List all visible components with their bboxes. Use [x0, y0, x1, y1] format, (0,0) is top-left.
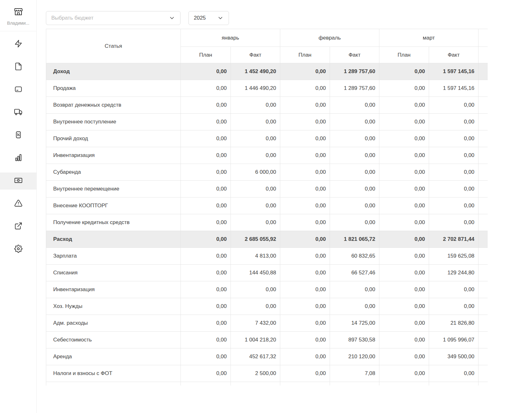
value-cell: 452 617,32: [231, 348, 280, 365]
settings-icon: [14, 245, 22, 254]
workspace-name: Владими...: [7, 21, 29, 26]
value-cell: 1 004 218,20: [231, 332, 280, 348]
article-cell: Возврат денежных средств: [46, 97, 181, 114]
empty-cell: [181, 382, 231, 386]
workspace-logo[interactable]: Владими...: [0, 0, 36, 26]
empty-cell: [231, 382, 280, 386]
value-cell: 0,00: [280, 147, 330, 164]
truck-icon: [14, 108, 22, 117]
empty-cell: [280, 382, 330, 386]
table-row: Себестоимость0,001 004 218,200,00897 530…: [46, 332, 488, 348]
value-cell: 0,00: [379, 63, 429, 80]
value-cell: 0,00: [379, 181, 429, 197]
storefront-icon: [14, 7, 23, 18]
table-row: Субаренда0,006 000,000,000,000,000,00: [46, 164, 488, 181]
value-cell: 897 530,58: [330, 332, 379, 348]
value-cell: 0,00: [231, 197, 280, 214]
value-cell: 0,00: [379, 315, 429, 332]
table-header-row: Статьяянварьфевральмарт: [46, 29, 488, 47]
value-cell: 0,00: [231, 181, 280, 197]
discount-icon: [14, 131, 22, 140]
value-cell: 0,00: [181, 332, 231, 348]
value-cell-clipped: [478, 281, 488, 298]
value-cell: 66 527,46: [330, 265, 379, 281]
empty-cell: [330, 382, 379, 386]
value-cell: 0,00: [330, 130, 379, 147]
value-cell: 0,00: [181, 164, 231, 181]
value-cell: 0,00: [379, 147, 429, 164]
value-cell: 1 597 145,16: [429, 63, 478, 80]
value-cell: 0,00: [280, 80, 330, 97]
sidebar-item-external[interactable]: [0, 218, 36, 235]
sidebar-item-settings[interactable]: [0, 241, 36, 258]
budget-select[interactable]: Выбрать бюджет: [46, 11, 180, 25]
card-icon: [14, 85, 22, 95]
value-cell: 7,08: [330, 365, 379, 382]
sidebar-item-activity[interactable]: [0, 36, 36, 53]
value-cell: 0,00: [280, 164, 330, 181]
sidebar-item-supply[interactable]: [0, 104, 36, 121]
value-cell-clipped: [478, 80, 488, 97]
value-cell: 0,00: [429, 97, 478, 114]
value-cell: 0,00: [280, 365, 330, 382]
article-cell: Зарплата: [46, 248, 181, 265]
article-cell: Доход: [46, 63, 181, 80]
article-cell: Расход: [46, 231, 181, 248]
value-cell: 0,00: [280, 181, 330, 197]
value-cell: 0,00: [330, 281, 379, 298]
bar-chart-icon: [14, 153, 22, 163]
value-cell: 0,00: [330, 181, 379, 197]
value-cell: 0,00: [181, 114, 231, 130]
month-header: март: [379, 29, 478, 47]
value-cell: 0,00: [280, 63, 330, 80]
value-cell: 0,00: [181, 80, 231, 97]
value-cell-clipped: [478, 63, 488, 80]
article-cell: Хоз. Нужды: [46, 298, 181, 315]
month-header-clipped: [478, 29, 488, 47]
value-cell: 0,00: [181, 147, 231, 164]
value-cell: 0,00: [379, 298, 429, 315]
table-row: Прочий доход0,000,000,000,000,000,00: [46, 130, 488, 147]
value-cell: 0,00: [280, 130, 330, 147]
sidebar-nav: [0, 31, 36, 264]
sidebar-item-reports[interactable]: [0, 150, 36, 167]
subheader-clipped: [478, 47, 488, 63]
sidebar-item-alerts[interactable]: [0, 195, 36, 212]
year-select[interactable]: 2025: [188, 11, 229, 25]
value-cell: 0,00: [181, 63, 231, 80]
article-cell: Налоги и взносы с ФОТ: [46, 365, 181, 382]
article-cell: Аренда: [46, 348, 181, 365]
article-cell: Получение кредитных средств: [46, 214, 181, 231]
sidebar-item-discounts[interactable]: [0, 127, 36, 144]
budget-table: СтатьяянварьфевральмартПланФактПланФактП…: [46, 29, 488, 385]
value-cell-clipped: [478, 130, 488, 147]
sidebar-item-budget[interactable]: [0, 172, 36, 190]
value-cell: 0,00: [181, 197, 231, 214]
app-root: Владими...: [0, 0, 532, 413]
value-cell: 0,00: [181, 298, 231, 315]
table-row: Внутреннее перемещение0,000,000,000,000,…: [46, 181, 488, 197]
value-cell: 0,00: [330, 147, 379, 164]
value-cell: 0,00: [429, 181, 478, 197]
value-cell: 0,00: [379, 114, 429, 130]
value-cell-clipped: [478, 332, 488, 348]
value-cell: 210 120,00: [330, 348, 379, 365]
value-cell: 0,00: [231, 214, 280, 231]
sidebar-item-documents[interactable]: [0, 59, 36, 76]
value-cell-clipped: [478, 315, 488, 332]
lightning-icon: [14, 40, 22, 49]
article-cell: Списания: [46, 265, 181, 281]
value-cell-clipped: [478, 197, 488, 214]
chevron-down-icon: [169, 15, 175, 21]
value-cell: 0,00: [429, 147, 478, 164]
value-cell: 0,00: [330, 298, 379, 315]
value-cell: 0,00: [379, 265, 429, 281]
article-cell: Инвентаризация: [46, 147, 181, 164]
value-cell: 0,00: [181, 315, 231, 332]
budget-table-viewport[interactable]: СтатьяянварьфевральмартПланФактПланФактП…: [46, 29, 488, 385]
sidebar-item-terminal[interactable]: [0, 81, 36, 98]
subheader: Факт: [429, 47, 478, 63]
value-cell: 0,00: [330, 97, 379, 114]
value-cell: 2 500,00: [231, 365, 280, 382]
value-cell: 1 597 145,16: [429, 80, 478, 97]
